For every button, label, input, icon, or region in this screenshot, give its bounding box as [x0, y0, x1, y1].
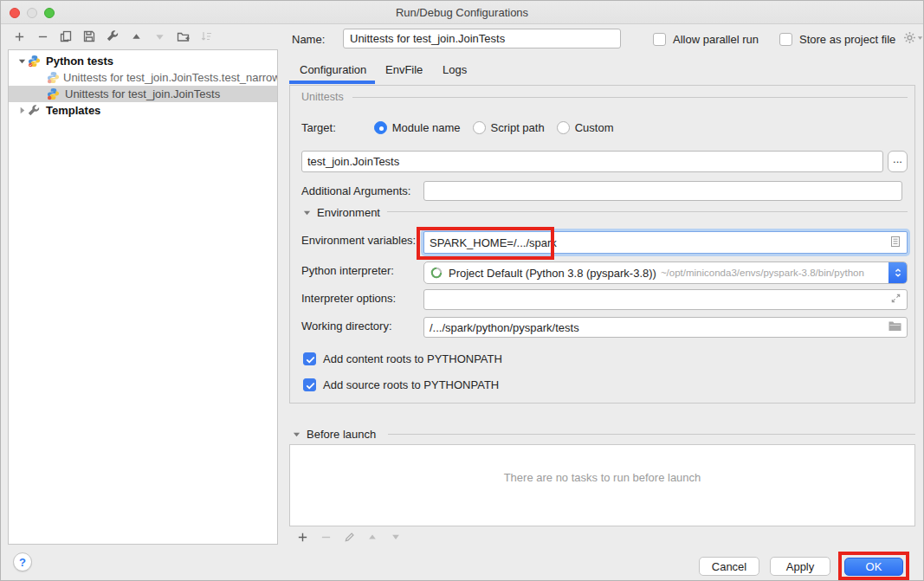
target-script-path-radio[interactable] — [473, 121, 486, 134]
collapse-arrow-icon — [293, 430, 300, 438]
allow-parallel-run-label: Allow parallel run — [673, 33, 759, 46]
tab-logs[interactable]: Logs — [443, 63, 467, 76]
browse-module-label: ... — [893, 152, 902, 165]
save-icon[interactable] — [82, 29, 96, 43]
python-interpreter-value: Project Default (Python 3.8 (pyspark-3.8… — [449, 267, 656, 280]
environment-variables-label: Environment variables: — [301, 234, 416, 247]
add-icon[interactable] — [12, 29, 26, 43]
before-launch-empty-text: There are no tasks to run before launch — [290, 471, 914, 484]
module-name-input[interactable]: test_join.JoinTests — [301, 151, 883, 172]
python-tests-icon — [47, 87, 61, 100]
browse-variables-icon[interactable] — [889, 236, 901, 250]
edit-task-pencil-icon[interactable] — [342, 530, 356, 544]
configuration-panel: Unittests Target: Module name Script pat… — [289, 85, 915, 403]
add-content-roots-checkbox[interactable] — [303, 352, 316, 365]
python-interpreter-path: ~/opt/miniconda3/envs/pyspark-3.8/bin/py… — [661, 268, 888, 278]
target-module-name-radio[interactable] — [374, 121, 387, 134]
environment-variables-input[interactable]: SPARK_HOME=/.../spark — [423, 231, 908, 254]
move-down-icon[interactable] — [152, 29, 166, 43]
browse-module-button[interactable]: ... — [888, 151, 908, 172]
remove-icon[interactable] — [36, 29, 49, 43]
help-button[interactable]: ? — [13, 552, 32, 571]
edit-templates-wrench-icon[interactable] — [106, 29, 120, 43]
combo-stepper-icon[interactable] — [888, 261, 907, 284]
remove-task-icon[interactable] — [319, 530, 333, 544]
chevron-right-icon[interactable] — [17, 106, 28, 115]
move-task-down-icon[interactable] — [389, 530, 403, 544]
add-source-roots-row: Add source roots to PYTHONPATH — [303, 378, 499, 391]
python-interpreter-select[interactable]: Project Default (Python 3.8 (pyspark-3.8… — [423, 261, 908, 284]
chevron-down-icon[interactable] — [17, 56, 28, 66]
target-custom-radio[interactable] — [557, 121, 570, 134]
working-directory-input[interactable]: /.../spark/python/pyspark/tests — [423, 317, 908, 338]
add-content-roots-label: Add content roots to PYTHONPATH — [323, 352, 502, 365]
configurations-toolbar — [12, 29, 213, 43]
python-interpreter-label: Python interpreter: — [301, 264, 394, 277]
name-input[interactable] — [343, 29, 621, 48]
tree-item-label: Python tests — [46, 55, 113, 68]
tree-item-test-narrow[interactable]: Unittests for test_join.JoinTests.test_n… — [9, 69, 277, 86]
environment-variables-value: SPARK_HOME=/.../spark — [430, 236, 557, 249]
working-directory-value: /.../spark/python/pyspark/tests — [430, 321, 579, 334]
name-label: Name: — [292, 33, 325, 46]
active-tab-indicator — [289, 81, 375, 84]
run-debug-configurations-dialog: Run/Debug Configurations Python tests Un… — [0, 0, 924, 581]
window-title: Run/Debug Configurations — [1, 6, 923, 19]
before-launch-label: Before launch — [307, 428, 376, 441]
ok-button[interactable]: OK — [844, 558, 903, 576]
python-tests-icon — [28, 55, 42, 68]
add-source-roots-label: Add source roots to PYTHONPATH — [323, 378, 499, 391]
new-folder-icon[interactable] — [176, 29, 190, 43]
separator — [387, 211, 908, 212]
python-tests-icon — [47, 71, 60, 84]
interpreter-options-input[interactable] — [423, 289, 908, 310]
move-task-up-icon[interactable] — [365, 530, 379, 544]
target-row: Target: Module name Script path Custom — [301, 121, 613, 134]
environment-section-label: Environment — [317, 206, 380, 219]
tree-item-label: Unittests for test_join.JoinTests — [65, 87, 220, 100]
templates-wrench-icon — [28, 105, 42, 117]
store-as-project-file-label: Store as project file — [799, 33, 895, 46]
separator — [388, 434, 915, 435]
tab-configuration[interactable]: Configuration — [300, 63, 366, 76]
sort-icon[interactable] — [199, 29, 213, 43]
module-name-value: test_join.JoinTests — [307, 155, 399, 168]
environment-section-header[interactable]: Environment — [303, 206, 380, 219]
apply-button[interactable]: Apply — [770, 557, 830, 576]
expand-field-icon[interactable] — [890, 293, 901, 307]
before-launch-section-header[interactable]: Before launch — [293, 428, 376, 441]
tree-item-jointests-selected[interactable]: Unittests for test_join.JoinTests — [9, 86, 277, 102]
interpreter-options-label: Interpreter options: — [301, 292, 396, 305]
additional-arguments-label: Additional Arguments: — [301, 184, 410, 197]
target-module-name-label: Module name — [392, 121, 461, 134]
unittests-group-label: Unittests — [301, 91, 344, 103]
tree-item-templates[interactable]: Templates — [9, 102, 277, 119]
titlebar: Run/Debug Configurations — [1, 1, 923, 24]
copy-icon[interactable] — [59, 29, 73, 43]
tab-envfile[interactable]: EnvFile — [385, 63, 423, 76]
target-script-path-label: Script path — [491, 121, 545, 134]
tree-item-python-tests[interactable]: Python tests — [9, 53, 277, 69]
add-content-roots-row: Add content roots to PYTHONPATH — [303, 352, 502, 365]
store-as-project-file-checkbox[interactable] — [779, 33, 792, 46]
browse-folder-icon[interactable] — [888, 320, 901, 334]
add-task-icon[interactable] — [295, 530, 309, 544]
working-directory-label: Working directory: — [301, 320, 392, 332]
target-label: Target: — [301, 121, 336, 134]
configurations-tree: Python tests Unittests for test_join.Joi… — [8, 49, 278, 545]
before-launch-task-list: There are no tasks to run before launch — [289, 444, 915, 526]
add-source-roots-checkbox[interactable] — [303, 378, 316, 391]
store-options-gear-icon[interactable] — [903, 31, 923, 44]
move-up-icon[interactable] — [129, 29, 143, 43]
help-label: ? — [19, 556, 26, 569]
conda-environment-icon — [430, 266, 443, 280]
cancel-button[interactable]: Cancel — [699, 557, 759, 576]
tree-item-label: Templates — [46, 104, 100, 117]
additional-arguments-input[interactable] — [423, 181, 902, 201]
separator — [352, 97, 908, 98]
tree-item-label: Unittests for test_join.JoinTests.test_n… — [63, 71, 277, 84]
collapse-arrow-icon — [303, 209, 311, 216]
target-custom-label: Custom — [575, 121, 614, 134]
allow-parallel-run-checkbox[interactable] — [653, 33, 666, 46]
before-launch-toolbar — [295, 530, 403, 544]
